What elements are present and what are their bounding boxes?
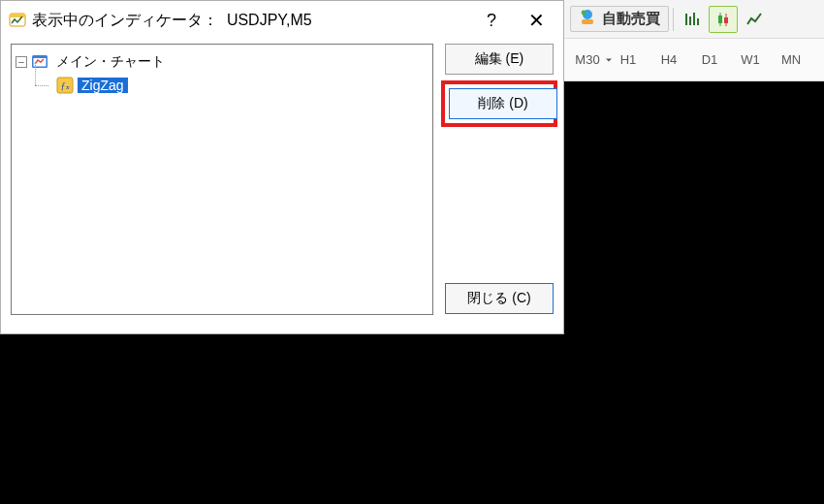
svg-rect-8	[10, 14, 25, 17]
timeframe-toolbar: M30 H1 H4 D1 W1 MN	[564, 39, 824, 81]
line-chart-icon	[745, 11, 763, 28]
collapse-icon[interactable]: −	[16, 56, 27, 68]
edit-button[interactable]: 編集 (E)	[445, 44, 554, 75]
svg-rect-1	[582, 19, 593, 24]
auto-trade-label: 自動売買	[602, 10, 660, 28]
auto-trade-button[interactable]: 自動売買	[570, 6, 669, 32]
close-dialog-button[interactable]: 閉じる (C)	[445, 283, 554, 314]
dialog-close-button[interactable]: ✕	[517, 5, 555, 36]
main-toolbar: 自動売買	[564, 0, 824, 39]
timeframe-h4[interactable]: H4	[650, 46, 688, 75]
dialog-titlebar: 表示中のインディケータ： USDJPY,M5 ? ✕	[1, 1, 563, 40]
tree-root-row[interactable]: − メイン・チャート	[16, 50, 428, 74]
dialog-icon	[9, 12, 26, 29]
dialog-title: 表示中のインディケータ： USDJPY,M5	[32, 11, 312, 31]
indicator-fx-icon: ƒₓ	[56, 77, 74, 94]
annotation-highlight: 削除 (D)	[441, 80, 557, 127]
indicators-dialog: 表示中のインディケータ： USDJPY,M5 ? ✕ −	[0, 0, 564, 334]
delete-button[interactable]: 削除 (D)	[449, 88, 557, 119]
toolbar-separator	[673, 8, 674, 31]
tree-child-label: ZigZag	[78, 78, 128, 93]
dialog-help-button[interactable]: ?	[472, 5, 511, 36]
timeframe-m30[interactable]: M30	[568, 46, 607, 75]
timeframe-mn[interactable]: MN	[772, 46, 810, 75]
tree-child-row[interactable]: ƒₓ ZigZag	[29, 74, 428, 97]
timeframe-w1[interactable]: W1	[731, 46, 770, 75]
svg-point-2	[582, 11, 586, 16]
auto-trade-icon	[579, 9, 596, 29]
tree-connector	[29, 74, 52, 97]
bar-chart-icon	[683, 11, 701, 28]
svg-text:ƒₓ: ƒₓ	[60, 80, 70, 91]
bar-chart-icon-button[interactable]	[678, 6, 707, 33]
candlestick-icon-button[interactable]	[709, 6, 738, 33]
indicator-tree[interactable]: − メイン・チャート ƒₓ	[11, 44, 433, 315]
chart-window-icon	[31, 53, 48, 71]
line-chart-icon-button[interactable]	[740, 6, 769, 33]
tree-root-label: メイン・チャート	[52, 53, 169, 71]
timeframe-d1[interactable]: D1	[690, 46, 729, 75]
candlestick-icon	[714, 11, 732, 28]
timeframe-h1[interactable]: H1	[609, 46, 648, 75]
